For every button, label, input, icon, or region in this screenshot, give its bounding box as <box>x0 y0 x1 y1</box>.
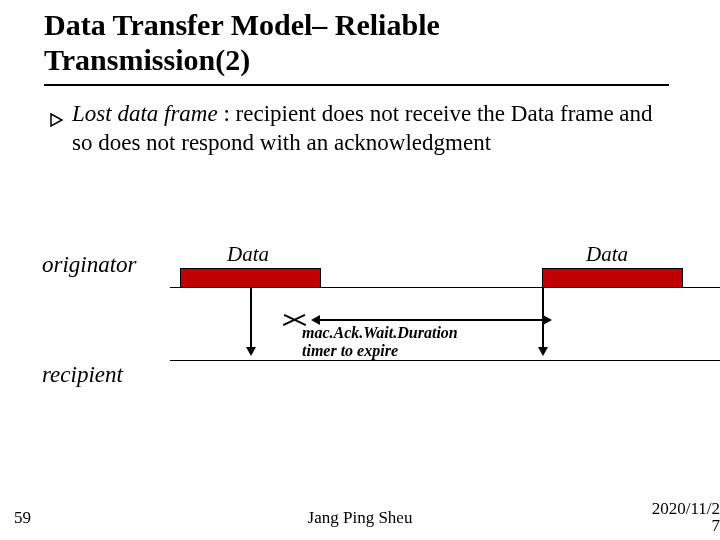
svg-marker-0 <box>51 114 62 126</box>
slide-title: Data Transfer Model– Reliable Transmissi… <box>44 8 440 77</box>
bullet-arrow-icon <box>50 106 64 135</box>
originator-label: originator <box>42 252 137 278</box>
title-underline <box>44 84 669 86</box>
title-line-1: Data Transfer Model– Reliable <box>44 8 440 41</box>
transmission-arrow-1 <box>250 288 252 348</box>
arrowhead-left-icon <box>311 315 320 325</box>
data-label-1: Data <box>227 242 269 267</box>
data-label-2: Data <box>586 242 628 267</box>
arrowhead-right-icon <box>543 315 552 325</box>
footer-date-main: 2020/11/2 <box>652 499 720 518</box>
footer-author: Jang Ping Sheu <box>0 508 720 528</box>
timer-line-2: timer to expire <box>302 342 398 359</box>
wait-interval-line <box>320 319 544 321</box>
bullet-lead: Lost data frame <box>72 101 218 126</box>
title-line-2: Transmission(2) <box>44 43 250 76</box>
timer-label: mac.Ack.Wait.Duration timer to expire <box>302 324 458 360</box>
recipient-label: recipient <box>42 362 123 388</box>
recipient-timeline <box>170 360 720 361</box>
data-frame-bar-2 <box>542 268 683 288</box>
footer-date: 2020/11/2 7 <box>652 500 720 534</box>
slide: Data Transfer Model– Reliable Transmissi… <box>0 0 720 540</box>
footer-date-tail: 7 <box>712 516 721 535</box>
timing-diagram: originator recipient Data Data mac.Ack.W… <box>0 240 720 450</box>
timer-line-1: mac.Ack.Wait.Duration <box>302 324 458 341</box>
data-frame-bar-1 <box>180 268 321 288</box>
bullet-item: Lost data frame : recipient does not rec… <box>72 100 672 158</box>
arrowhead-down-icon <box>246 347 256 356</box>
arrowhead-down-icon <box>538 347 548 356</box>
